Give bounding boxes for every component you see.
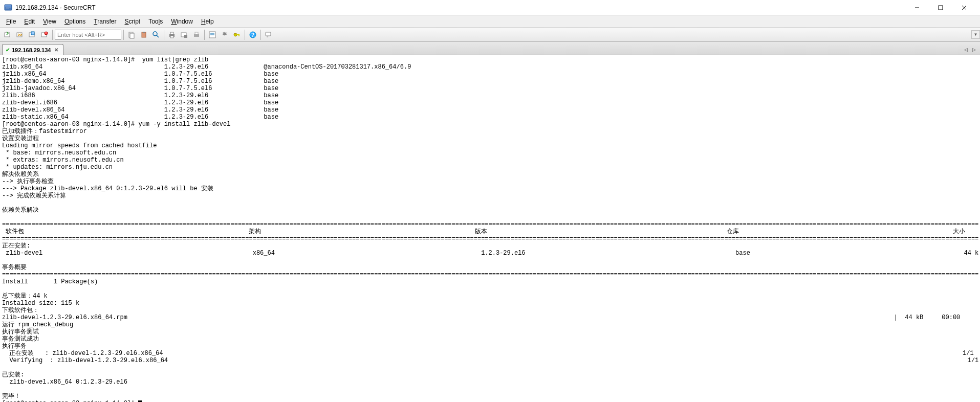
terminal-line: ========================================… (2, 221, 978, 228)
titlebar: 192.168.29.134 - SecureCRT (0, 0, 980, 15)
svg-rect-1 (5, 5, 11, 7)
terminal-line: 正在安装: (2, 242, 978, 250)
terminal-line: zlib-static.x86_64 1.2.3-29.el6 base (2, 114, 978, 121)
session-tab[interactable]: ✔ 192.168.29.134 ✕ (2, 44, 63, 55)
svg-text:?: ? (251, 32, 254, 38)
terminal-line: ========================================… (2, 271, 978, 278)
terminal-line: Install 1 Package(s) (2, 278, 978, 285)
window-title: 192.168.29.134 - SecureCRT (15, 4, 905, 11)
terminal-line: jzlib-javadoc.x86_64 1.0.7-7.5.el6 base (2, 85, 978, 92)
tab-next-button[interactable]: ▷ (970, 44, 978, 55)
terminal-line: zlib-devel-1.2.3-29.el6.x86_64.rpm (2, 314, 978, 321)
menu-script[interactable]: Script (121, 17, 145, 26)
tab-label: 192.168.29.134 (12, 47, 51, 53)
svg-rect-11 (31, 32, 34, 35)
menu-view[interactable]: View (39, 17, 60, 26)
terminal-line: 设置安装进程 (2, 135, 978, 142)
terminal-line: 执行事务测试 (2, 328, 978, 336)
tab-close-button[interactable]: ✕ (53, 47, 60, 54)
svg-rect-5 (939, 6, 943, 10)
key-icon[interactable] (231, 29, 243, 40)
svg-rect-21 (170, 32, 173, 34)
terminal-line: 依赖关系解决 (2, 207, 978, 214)
terminal-line (2, 285, 978, 293)
terminal-line: 已加载插件：fastestmirror (2, 128, 978, 135)
terminal-line: [root@centos-aaron-03 nginx-1.14.0]# yum… (2, 56, 978, 63)
terminal-line: [root@centos-aaron-03 nginx-1.14.0]# yum… (2, 121, 978, 128)
terminal[interactable]: [root@centos-aaron-03 nginx-1.14.0]# yum… (0, 55, 980, 402)
terminal-line: 已安装: (2, 371, 978, 378)
terminal-line: zlib-devel.x86_64 1.2.3-29.el6 base (2, 106, 978, 114)
properties-icon[interactable] (207, 29, 218, 40)
check-icon: ✔ (6, 47, 10, 53)
terminal-line: * updates: mirrors.nju.edu.cn (2, 164, 978, 171)
svg-rect-32 (238, 34, 239, 36)
terminal-line: zlib-devel.x86_64 0:1.2.3-29.el6 (2, 378, 978, 386)
svg-rect-24 (184, 35, 187, 38)
svg-rect-26 (195, 32, 198, 34)
terminal-line: 完毕！ (2, 393, 978, 400)
svg-rect-2 (6, 8, 11, 8)
minimize-button[interactable] (905, 0, 929, 15)
connect-icon[interactable] (2, 29, 13, 40)
terminal-line: 软件包 架构 版本 仓库 (2, 228, 978, 235)
copy-icon[interactable] (126, 29, 137, 40)
chat-icon[interactable] (263, 29, 274, 40)
terminal-line: Loading mirror speeds from cached hostfi… (2, 142, 978, 149)
svg-rect-17 (143, 32, 145, 33)
svg-line-19 (157, 35, 159, 37)
terminal-line: zlib-devel.i686 1.2.3-29.el6 base (2, 99, 978, 106)
menu-help[interactable]: Help (197, 17, 218, 26)
svg-point-18 (153, 32, 157, 36)
toolbar-scroll-down[interactable]: ▼ (971, 30, 980, 39)
toolbar-separator (260, 30, 261, 40)
tabbar: ✔ 192.168.29.134 ✕ ◁ ▷ (0, 42, 980, 55)
menu-tools[interactable]: Tools (144, 17, 167, 26)
terminal-line: 总下载量：44 k (2, 293, 978, 300)
terminal-line: Verifying : zlib-devel-1.2.3-29.el6.x86_… (2, 357, 978, 364)
connect-sftp-icon[interactable] (27, 29, 38, 40)
toolbar-separator (245, 30, 245, 40)
menu-edit[interactable]: Edit (20, 17, 39, 26)
tab-prev-button[interactable]: ◁ (962, 44, 970, 55)
terminal-line: 事务概要 (2, 264, 978, 271)
toolbar-separator (164, 30, 164, 40)
tab-nav: ◁ ▷ (962, 44, 978, 55)
toolbar-separator (123, 30, 124, 40)
svg-rect-3 (6, 9, 9, 9)
close-button[interactable] (952, 0, 976, 15)
terminal-line: ========================================… (2, 235, 978, 242)
menu-window[interactable]: Window (167, 17, 197, 26)
terminal-line: --> 完成依赖关系计算 (2, 192, 978, 199)
help-icon[interactable]: ? (247, 29, 258, 40)
print-screen-icon[interactable] (179, 29, 190, 40)
terminal-line (2, 199, 978, 207)
terminal-line: [root@centos-aaron-03 nginx-1.14.0]# (2, 400, 978, 402)
print-selection-icon[interactable] (191, 29, 202, 40)
quick-connect-icon[interactable] (14, 29, 26, 40)
terminal-line: 事务测试成功 (2, 336, 978, 343)
terminal-line (2, 214, 978, 221)
reconnect-icon[interactable] (39, 29, 50, 40)
toolbar-separator (204, 30, 205, 40)
menu-file[interactable]: File (2, 17, 20, 26)
svg-point-13 (45, 32, 48, 35)
paste-icon[interactable] (138, 29, 149, 40)
host-input[interactable] (55, 30, 121, 40)
terminal-line: Installed size: 115 k (2, 300, 978, 307)
terminal-line (2, 364, 978, 371)
find-icon[interactable] (150, 29, 162, 40)
terminal-line: 下载软件包： (2, 307, 978, 314)
terminal-line: 执行事务 (2, 343, 978, 350)
svg-rect-22 (170, 36, 173, 38)
settings-icon[interactable] (219, 29, 230, 40)
print-icon[interactable] (166, 29, 178, 40)
menu-transfer[interactable]: Transfer (90, 17, 120, 26)
terminal-line: jzlib.x86_64 1.0.7-7.5.el6 base (2, 71, 978, 78)
menubar: File Edit View Options Transfer Script T… (0, 15, 980, 28)
menu-options[interactable]: Options (60, 17, 90, 26)
terminal-line: * base: mirrors.neusoft.edu.cn (2, 149, 978, 157)
terminal-line: zlib-devel x86_64 1.2.3-29.el6 ba (2, 250, 978, 257)
terminal-line (2, 257, 978, 264)
maximize-button[interactable] (929, 0, 952, 15)
